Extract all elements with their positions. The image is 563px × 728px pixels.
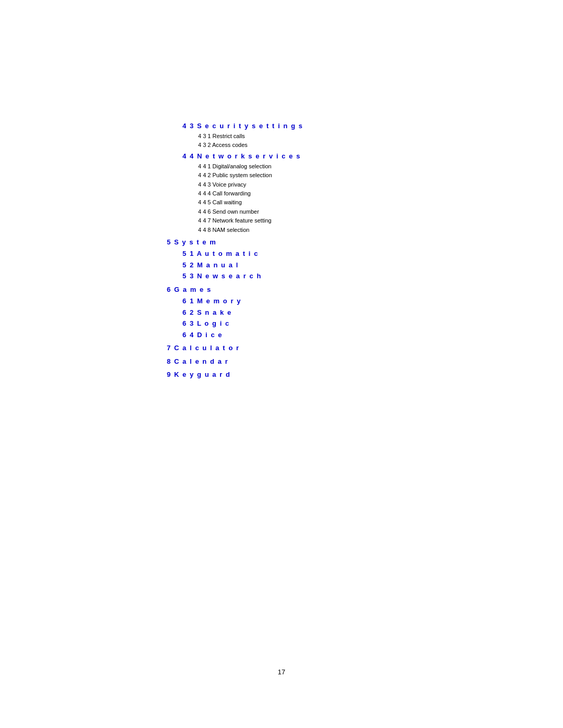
toc-entry-4-4-5: 4 4 5 Call waiting [198, 199, 417, 206]
toc-entry-4-3: 4 3 S e c u r i t y s e t t i n g s [182, 121, 417, 131]
section-7: 7 C a l c u l a t o r [167, 343, 417, 353]
toc-entry-5-2: 5 2 M a n u a l [182, 260, 417, 270]
toc-entry-4-4-4: 4 4 4 Call forwarding [198, 190, 417, 198]
toc-entry-4-3-1: 4 3 1 Restrict calls [198, 132, 417, 140]
toc-entry-6-2: 6 2 S n a k e [182, 307, 417, 318]
toc-entry-6-4: 6 4 D i c e [182, 330, 417, 340]
toc-entry-6-3: 6 3 L o g i c [182, 318, 417, 329]
section-8: 8 C a l e n d a r [167, 356, 417, 367]
toc-entry-4-3-2: 4 3 2 Access codes [198, 141, 417, 149]
toc-entry-5-1: 5 1 A u t o m a t i c [182, 249, 417, 259]
toc-entry-8: 8 C a l e n d a r [167, 356, 417, 367]
page-number: 17 [278, 668, 285, 676]
toc-content: 4 3 S e c u r i t y s e t t i n g s 4 3 … [167, 120, 417, 381]
toc-entry-4-4-8: 4 4 8 NAM selection [198, 226, 417, 234]
toc-entry-9: 9 K e y g u a r d [167, 369, 417, 380]
toc-entry-6: 6 G a m e s [167, 285, 417, 295]
toc-entry-5: 5 S y s t e m [167, 237, 417, 248]
toc-entry-4-4-7: 4 4 7 Network feature setting [198, 217, 417, 225]
page: 4 3 S e c u r i t y s e t t i n g s 4 3 … [0, 0, 563, 728]
section-6: 6 G a m e s 6 1 M e m o r y 6 2 S n a k … [167, 285, 417, 340]
toc-entry-4-4-6: 4 4 6 Send own number [198, 208, 417, 216]
toc-entry-4-4-3: 4 4 3 Voice privacy [198, 181, 417, 189]
section-4-4: 4 4 N e t w o r k s e r v i c e s 4 4 1 … [167, 151, 417, 234]
toc-entry-6-1: 6 1 M e m o r y [182, 296, 417, 306]
section-4-3: 4 3 S e c u r i t y s e t t i n g s 4 3 … [167, 121, 417, 149]
section-9: 9 K e y g u a r d [167, 369, 417, 380]
toc-entry-4-4-2: 4 4 2 Public system selection [198, 171, 417, 179]
toc-entry-4-4-1: 4 4 1 Digital/analog selection [198, 163, 417, 170]
toc-entry-7: 7 C a l c u l a t o r [167, 343, 417, 353]
section-5: 5 S y s t e m 5 1 A u t o m a t i c 5 2 … [167, 237, 417, 281]
toc-entry-5-3: 5 3 N e w s e a r c h [182, 271, 417, 281]
toc-entry-4-4: 4 4 N e t w o r k s e r v i c e s [182, 151, 417, 162]
